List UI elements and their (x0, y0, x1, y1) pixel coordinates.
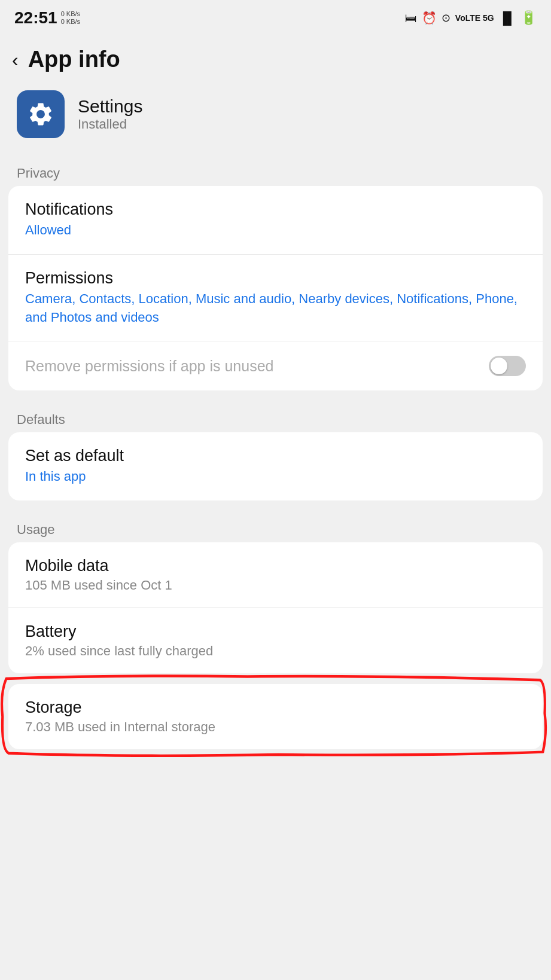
app-install-status: Installed (78, 117, 142, 132)
status-bar: 22:51 0 KB/s 0 KB/s 🛏 ⏰ ⊙ VoLTE 5G ▐▌ 🔋 (0, 0, 551, 32)
remove-permissions-item: Remove permissions if app is unused (8, 341, 543, 390)
toggle-knob (491, 358, 507, 374)
usage-section-label: Usage (0, 511, 551, 542)
storage-item[interactable]: Storage 7.03 MB used in Internal storage (8, 684, 543, 749)
notifications-subtitle: Allowed (25, 221, 526, 240)
notifications-item[interactable]: Notifications Allowed (8, 186, 543, 255)
defaults-card: Set as default In this app (8, 432, 543, 500)
remove-permissions-label: Remove permissions if app is unused (25, 358, 489, 375)
data-down: 0 KB/s (61, 18, 80, 26)
app-info-header: ‹ App info (0, 32, 551, 84)
storage-title: Storage (25, 698, 526, 717)
app-row: Settings Installed (0, 84, 551, 155)
signal-icon: ▐▌ (499, 11, 516, 25)
battery-item[interactable]: Battery 2% used since last fully charged (8, 608, 543, 673)
back-button[interactable]: ‹ (12, 50, 19, 69)
usage-card: Mobile data 105 MB used since Oct 1 Batt… (8, 542, 543, 673)
app-icon (17, 90, 65, 138)
sleep-icon: 🛏 (405, 11, 417, 25)
permissions-title: Permissions (25, 269, 526, 288)
battery-subtitle: 2% used since last fully charged (25, 643, 526, 659)
permissions-subtitle: Camera, Contacts, Location, Music and au… (25, 290, 526, 327)
battery-icon: 🔋 (520, 10, 537, 26)
app-name: Settings (78, 96, 142, 117)
set-as-default-title: Set as default (25, 447, 526, 465)
location-icon: ⊙ (442, 11, 450, 25)
privacy-section-label: Privacy (0, 155, 551, 186)
mobile-data-item[interactable]: Mobile data 105 MB used since Oct 1 (8, 542, 543, 608)
notifications-title: Notifications (25, 200, 526, 219)
network-label: VoLTE 5G (455, 13, 494, 23)
status-data: 0 KB/s 0 KB/s (61, 10, 80, 26)
privacy-card: Notifications Allowed Permissions Camera… (8, 186, 543, 390)
mobile-data-subtitle: 105 MB used since Oct 1 (25, 578, 526, 593)
storage-card[interactable]: Storage 7.03 MB used in Internal storage (8, 684, 543, 749)
set-as-default-subtitle: In this app (25, 468, 526, 486)
permissions-item[interactable]: Permissions Camera, Contacts, Location, … (8, 255, 543, 342)
gear-icon (27, 100, 54, 128)
app-info-text: Settings Installed (78, 96, 142, 132)
battery-title: Battery (25, 622, 526, 641)
defaults-section-label: Defaults (0, 401, 551, 432)
mobile-data-title: Mobile data (25, 557, 526, 575)
status-icons: 🛏 ⏰ ⊙ VoLTE 5G ▐▌ 🔋 (405, 10, 537, 26)
page-title: App info (28, 47, 120, 72)
data-up: 0 KB/s (61, 10, 80, 18)
storage-subtitle: 7.03 MB used in Internal storage (25, 719, 526, 735)
storage-container: Storage 7.03 MB used in Internal storage (8, 684, 543, 749)
alarm-icon: ⏰ (422, 11, 437, 25)
set-as-default-item[interactable]: Set as default In this app (8, 432, 543, 500)
remove-permissions-toggle[interactable] (489, 356, 526, 376)
status-time: 22:51 (14, 8, 57, 28)
